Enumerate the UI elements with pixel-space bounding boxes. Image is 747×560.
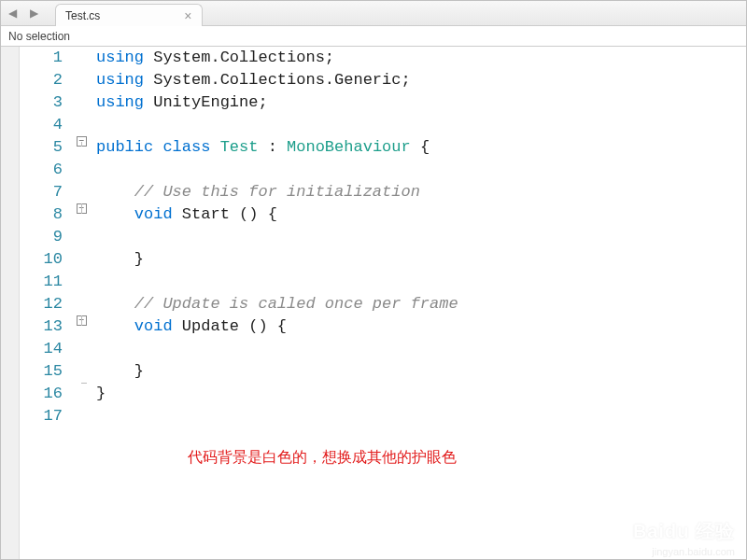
code-line: 9 — [20, 226, 746, 248]
line-number: 15 — [20, 360, 72, 383]
tab-bar: ◀ ▶ Test.cs × — [1, 1, 746, 26]
code-line: 1 using System.Collections; — [20, 47, 746, 69]
line-number: 16 — [20, 383, 72, 405]
code-area[interactable]: 1 using System.Collections; 2 using Syst… — [20, 47, 746, 559]
nav-forward-icon[interactable]: ▶ — [30, 7, 38, 20]
code-line: 4 — [20, 114, 746, 136]
code-line: 11 — [20, 271, 746, 293]
line-number: 5 — [20, 136, 72, 159]
file-tab[interactable]: Test.cs × — [55, 4, 203, 26]
code-line: 7 // Use this for initialization — [20, 181, 746, 203]
code-line: 14 — [20, 338, 746, 360]
nav-arrows: ◀ ▶ — [1, 1, 46, 25]
code-line: 17 — [20, 405, 746, 427]
close-icon[interactable]: × — [184, 8, 191, 23]
nav-back-icon[interactable]: ◀ — [8, 7, 17, 20]
code-line: 10 } — [20, 248, 746, 271]
code-line: 13 − void Update () { — [20, 315, 746, 338]
code-line: 5 − public class Test : MonoBehaviour { — [20, 136, 746, 159]
code-line: 15 } — [20, 360, 746, 383]
line-number: 3 — [20, 91, 72, 114]
line-number: 9 — [20, 226, 72, 248]
code-line: 12 // Update is called once per frame — [20, 293, 746, 315]
line-number: 7 — [20, 181, 72, 203]
line-number: 8 — [20, 203, 72, 226]
left-gutter — [1, 47, 20, 559]
code-line: 6 — [20, 159, 746, 181]
code-line: 8 − void Start () { — [20, 203, 746, 226]
code-line: 16 } — [20, 383, 746, 405]
watermark-url: jingyan.baidu.com — [652, 546, 735, 557]
line-number: 14 — [20, 338, 72, 360]
code-line: 3 using UnityEngine; — [20, 91, 746, 114]
line-number: 13 — [20, 315, 72, 338]
line-number: 17 — [20, 405, 72, 427]
file-tab-label: Test.cs — [65, 9, 100, 22]
annotation-text: 代码背景是白色的，想换成其他的护眼色 — [188, 448, 457, 468]
breadcrumb-text: No selection — [8, 30, 70, 43]
line-number: 4 — [20, 114, 72, 136]
line-number: 12 — [20, 293, 72, 315]
line-number: 10 — [20, 248, 72, 271]
code-lines: 1 using System.Collections; 2 using Syst… — [20, 47, 746, 427]
breadcrumb[interactable]: No selection — [1, 26, 746, 47]
editor: 1 using System.Collections; 2 using Syst… — [1, 47, 746, 559]
line-number: 6 — [20, 159, 72, 181]
line-number: 2 — [20, 69, 72, 91]
code-line: 2 using System.Collections.Generic; — [20, 69, 746, 91]
line-number: 11 — [20, 271, 72, 293]
line-number: 1 — [20, 47, 72, 69]
watermark-logo: Baidu 经验 — [633, 519, 735, 544]
